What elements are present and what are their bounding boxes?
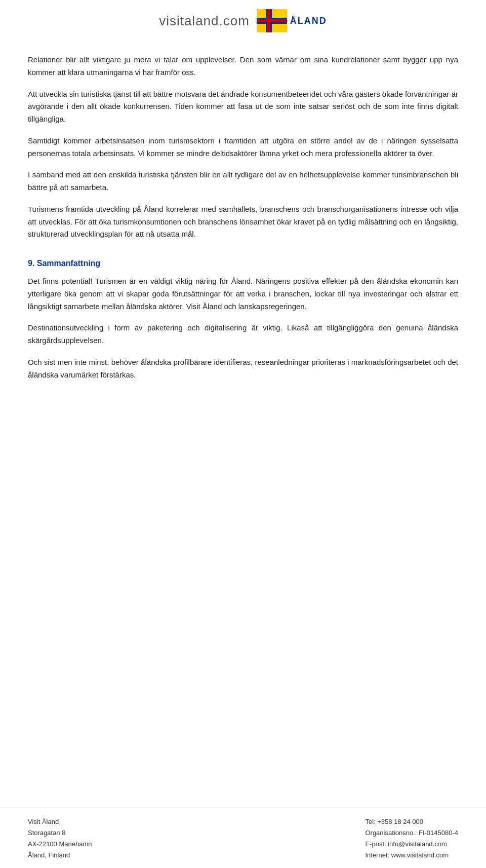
paragraph-2: Att utveckla sin turistiska tjänst till … — [28, 88, 458, 126]
svg-rect-3 — [257, 19, 287, 22]
footer: Visit Åland Storagatan 8 AX-22100 Marieh… — [0, 808, 486, 868]
section-9-paragraph-3: Och sist men inte minst, behöver åländsk… — [28, 356, 458, 382]
footer-org-no: Organisationsno.: FI-0145080-4 — [365, 827, 458, 839]
section-9-heading: 9. Sammanfattning — [28, 259, 458, 268]
header: visitaland.com ÅLAND — [0, 0, 486, 39]
main-content: Relationer blir allt viktigare ju mera v… — [0, 39, 486, 808]
page: visitaland.com ÅLAND — [0, 0, 486, 868]
footer-org-name: Visit Åland — [28, 816, 92, 827]
footer-email: E-post: info@visitaland.com — [365, 839, 458, 850]
paragraph-5: Turismens framtida utveckling på Åland k… — [28, 203, 458, 241]
aland-logo: ÅLAND — [257, 9, 327, 32]
footer-website: Internet: www.visitaland.com — [365, 850, 458, 861]
section-title: Sammanfattning — [37, 259, 100, 268]
footer-country: Åland, Finland — [28, 850, 92, 861]
svg-rect-4 — [267, 9, 270, 32]
paragraph-4: I samband med att den enskilda turistisk… — [28, 169, 458, 194]
section-9-paragraph-2: Destinationsutveckling i form av paketer… — [28, 322, 458, 347]
footer-tel: Tel: +358 18 24 000 — [365, 816, 458, 827]
paragraph-1: Relationer blir allt viktigare ju mera v… — [28, 54, 458, 79]
aland-flag-icon — [257, 9, 287, 32]
footer-right: Tel: +358 18 24 000 Organisationsno.: FI… — [365, 816, 458, 861]
section-9-paragraph-1: Det finns potential! Turismen är en väld… — [28, 275, 458, 313]
aland-text: ÅLAND — [290, 16, 327, 26]
footer-left: Visit Åland Storagatan 8 AX-22100 Marieh… — [28, 816, 92, 861]
paragraph-3: Samtidigt kommer arbetsinsatsen inom tur… — [28, 135, 458, 160]
footer-city: AX-22100 Mariehamn — [28, 839, 92, 850]
section-number: 9. — [28, 259, 34, 268]
logo-area: visitaland.com ÅLAND — [159, 9, 327, 32]
footer-street: Storagatan 8 — [28, 827, 92, 839]
site-name: visitaland.com — [159, 13, 250, 29]
